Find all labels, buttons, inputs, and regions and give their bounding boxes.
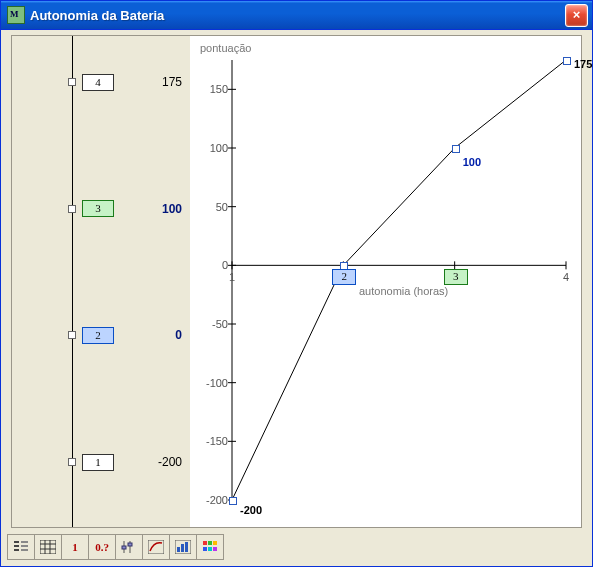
chart-lines [232, 60, 566, 500]
scale-category-box[interactable]: 4 [82, 74, 114, 91]
x-category-box[interactable]: 3 [444, 269, 468, 285]
list-icon [13, 540, 29, 554]
y-tick-label: -50 [194, 318, 228, 330]
scale-value: -200 [114, 455, 182, 469]
x-tick-label: 4 [563, 271, 569, 283]
main-panel: 41753100201-200 pontuação 1234-200-150-1… [11, 35, 582, 528]
close-button[interactable]: × [565, 4, 588, 27]
toolbar-btn-bars[interactable] [169, 534, 197, 560]
close-icon: × [573, 7, 581, 22]
sliders-icon [121, 540, 137, 554]
x-tick-label: 1 [229, 271, 235, 283]
handle-icon[interactable] [68, 458, 76, 466]
svg-rect-17 [21, 545, 28, 547]
data-label: 175 [574, 58, 592, 70]
y-tick-label: 50 [194, 201, 228, 213]
toolbar-btn-grid[interactable] [34, 534, 62, 560]
data-point[interactable] [229, 497, 237, 505]
svg-rect-15 [21, 541, 28, 543]
toolbar-btn-precision[interactable]: 0.? [88, 534, 116, 560]
svg-rect-38 [208, 547, 212, 551]
data-label: 100 [463, 156, 481, 168]
handle-icon[interactable] [68, 205, 76, 213]
toolbar-btn-list[interactable] [7, 534, 35, 560]
scale-value: 100 [114, 202, 182, 216]
data-point[interactable] [452, 145, 460, 153]
svg-rect-28 [128, 543, 132, 546]
grid-icon [40, 540, 56, 554]
client-area: 41753100201-200 pontuação 1234-200-150-1… [3, 31, 590, 564]
scale-category-box[interactable]: 2 [82, 327, 114, 344]
chart-area[interactable]: pontuação 1234-200-150-100-50050100150au… [190, 36, 581, 527]
app-icon [7, 6, 25, 24]
y-tick-label: -100 [194, 377, 228, 389]
scale-category-box[interactable]: 3 [82, 200, 114, 217]
plot-inner [232, 60, 566, 500]
svg-rect-34 [203, 541, 207, 545]
scale-row[interactable]: 20 [12, 326, 182, 344]
bottom-toolbar: 1 0.? [7, 534, 223, 560]
svg-rect-19 [21, 549, 28, 551]
toolbar-btn-palette[interactable] [196, 534, 224, 560]
y-tick-label: -200 [194, 494, 228, 506]
y-tick-label: 0 [194, 259, 228, 271]
toolbar-btn-scale[interactable]: 1 [61, 534, 89, 560]
scale-row[interactable]: 4175 [12, 73, 182, 91]
scale-row[interactable]: 3100 [12, 200, 182, 218]
svg-rect-33 [185, 542, 188, 552]
window-title: Autonomia da Bateria [30, 8, 565, 23]
y-axis-label: pontuação [200, 42, 251, 54]
x-category-box[interactable]: 2 [332, 269, 356, 285]
scale-value: 0 [114, 328, 182, 342]
value-scale: 41753100201-200 [12, 36, 190, 527]
toolbar-btn-sliders[interactable] [115, 534, 143, 560]
svg-rect-32 [181, 544, 184, 552]
y-tick-label: 100 [194, 142, 228, 154]
svg-rect-37 [203, 547, 207, 551]
x-axis-label: autonomia (horas) [359, 285, 448, 297]
scale-row[interactable]: 1-200 [12, 453, 182, 471]
handle-icon[interactable] [68, 331, 76, 339]
svg-rect-14 [14, 541, 19, 543]
svg-rect-31 [177, 547, 180, 552]
data-label: -200 [240, 504, 262, 516]
scale-value: 175 [114, 75, 182, 89]
svg-rect-16 [14, 545, 19, 547]
bars-icon [175, 540, 191, 554]
handle-icon[interactable] [68, 78, 76, 86]
y-tick-label: -150 [194, 435, 228, 447]
svg-rect-26 [122, 546, 126, 549]
svg-rect-35 [208, 541, 212, 545]
palette-icon [202, 540, 218, 554]
title-bar[interactable]: Autonomia da Bateria × [1, 1, 592, 30]
scale-category-box[interactable]: 1 [82, 454, 114, 471]
data-point[interactable] [563, 57, 571, 65]
svg-rect-20 [40, 540, 56, 554]
app-window: Autonomia da Bateria × 41753100201-200 p… [0, 0, 593, 567]
svg-rect-18 [14, 549, 19, 551]
toolbar-btn-curve[interactable] [142, 534, 170, 560]
svg-rect-36 [213, 541, 217, 545]
curve-icon [148, 540, 164, 554]
y-tick-label: 150 [194, 83, 228, 95]
svg-rect-29 [148, 540, 164, 554]
svg-rect-39 [213, 547, 217, 551]
